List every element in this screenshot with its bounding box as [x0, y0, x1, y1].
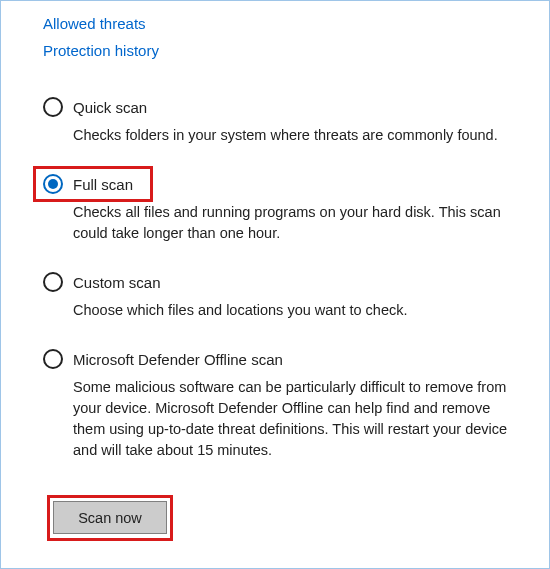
option-header: Full scan — [43, 174, 517, 194]
radio-custom-scan[interactable] — [43, 272, 63, 292]
scan-button-container: Scan now — [53, 501, 167, 534]
radio-full-scan[interactable] — [43, 174, 63, 194]
option-description: Checks folders in your system where thre… — [73, 125, 517, 146]
links-section: Allowed threats Protection history — [43, 15, 517, 59]
option-custom-scan: Custom scan Choose which files and locat… — [43, 272, 517, 321]
option-label: Quick scan — [73, 99, 147, 116]
radio-quick-scan[interactable] — [43, 97, 63, 117]
option-description: Choose which files and locations you wan… — [73, 300, 517, 321]
radio-offline-scan[interactable] — [43, 349, 63, 369]
allowed-threats-link[interactable]: Allowed threats — [43, 15, 517, 32]
option-label: Custom scan — [73, 274, 161, 291]
option-label: Microsoft Defender Offline scan — [73, 351, 283, 368]
option-description: Checks all files and running programs on… — [73, 202, 517, 244]
option-quick-scan: Quick scan Checks folders in your system… — [43, 97, 517, 146]
option-offline-scan: Microsoft Defender Offline scan Some mal… — [43, 349, 517, 461]
option-label: Full scan — [73, 176, 133, 193]
option-full-scan: Full scan Checks all files and running p… — [43, 174, 517, 244]
scan-now-button[interactable]: Scan now — [53, 501, 167, 534]
option-header: Microsoft Defender Offline scan — [43, 349, 517, 369]
option-header: Quick scan — [43, 97, 517, 117]
protection-history-link[interactable]: Protection history — [43, 42, 517, 59]
option-header: Custom scan — [43, 272, 517, 292]
option-description: Some malicious software can be particula… — [73, 377, 517, 461]
scan-options-panel: Allowed threats Protection history Quick… — [0, 0, 550, 569]
